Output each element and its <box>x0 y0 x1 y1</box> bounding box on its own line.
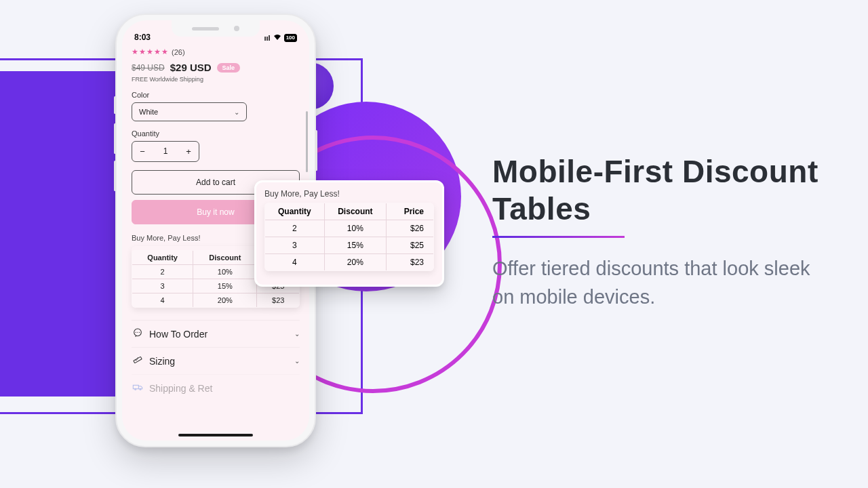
color-select[interactable]: White ⌄ <box>132 102 247 121</box>
subline: Offer tiered discounts that look sleek o… <box>492 254 827 311</box>
sale-badge: Sale <box>217 63 241 73</box>
discount-callout: Buy More, Pay Less! Quantity Discount Pr… <box>254 180 444 287</box>
chevron-down-icon: ⌄ <box>234 108 239 116</box>
col-discount: Discount <box>324 203 386 220</box>
rating-count: (26) <box>172 48 185 56</box>
qty-increment-button[interactable]: + <box>178 142 199 161</box>
acc-label: Shipping & Ret <box>149 383 212 394</box>
stars-icon: ★★★★★ <box>132 47 169 56</box>
callout-discount-table: Quantity Discount Price 2 10% $26 3 15% … <box>264 203 434 271</box>
table-row: 3 15% $25 <box>265 237 434 254</box>
qty-value: 1 <box>153 142 178 161</box>
truck-icon <box>132 382 144 394</box>
chevron-down-icon: ⌄ <box>294 357 300 365</box>
col-quantity: Quantity <box>132 251 193 265</box>
speaker-icon <box>192 27 219 30</box>
old-price: $49 USD <box>132 63 165 73</box>
rating-row[interactable]: ★★★★★ (26) <box>132 47 300 56</box>
headline: Mobile-First Discount Tables <box>492 153 827 228</box>
signal-icon: ııl <box>264 34 270 42</box>
quantity-stepper: − 1 + <box>132 141 199 162</box>
battery-icon: 100 <box>284 34 297 42</box>
accordion-shipping[interactable]: Shipping & Ret <box>132 374 300 401</box>
phone-mute-switch <box>114 96 116 114</box>
table-header-row: Quantity Discount Price <box>265 203 434 220</box>
accordion: How To Order ⌄ Sizing ⌄ <box>132 320 300 401</box>
phone-notch <box>172 20 260 37</box>
price-row: $49 USD $29 USD Sale <box>132 62 300 73</box>
new-price: $29 USD <box>170 62 212 73</box>
headline-underline <box>492 236 625 238</box>
svg-point-4 <box>140 388 141 390</box>
acc-label: Sizing <box>149 356 175 367</box>
phone-vol-up <box>114 123 116 154</box>
phone-power <box>315 130 317 171</box>
col-quantity: Quantity <box>265 203 325 220</box>
phone-vol-down <box>114 161 116 191</box>
col-discount: Discount <box>193 251 257 265</box>
ruler-icon <box>132 354 144 367</box>
acc-label: How To Order <box>149 329 208 340</box>
shipping-note: FREE Worldwide Shipping <box>132 76 300 83</box>
table-row: 4 20% $23 <box>265 254 434 271</box>
home-indicator[interactable] <box>178 434 253 436</box>
svg-rect-2 <box>133 385 138 388</box>
quantity-label: Quantity <box>132 129 300 138</box>
chevron-down-icon: ⌄ <box>294 330 300 338</box>
color-value: White <box>139 108 158 116</box>
status-time: 8:03 <box>134 33 151 42</box>
marketing-copy: Mobile-First Discount Tables Offer tiere… <box>492 153 827 311</box>
accordion-how-to-order[interactable]: How To Order ⌄ <box>132 320 300 347</box>
accordion-sizing[interactable]: Sizing ⌄ <box>132 347 300 374</box>
table-row: 2 10% $26 <box>265 220 434 237</box>
qty-decrement-button[interactable]: − <box>132 142 153 161</box>
chat-icon <box>132 327 144 340</box>
callout-title: Buy More, Pay Less! <box>264 189 434 199</box>
scrollbar[interactable] <box>306 111 308 172</box>
table-row: 4 20% $23 <box>132 293 300 308</box>
camera-icon <box>234 26 239 31</box>
wifi-icon <box>273 34 281 42</box>
color-label: Color <box>132 91 300 99</box>
col-price: Price <box>387 203 434 220</box>
svg-point-3 <box>135 388 136 390</box>
